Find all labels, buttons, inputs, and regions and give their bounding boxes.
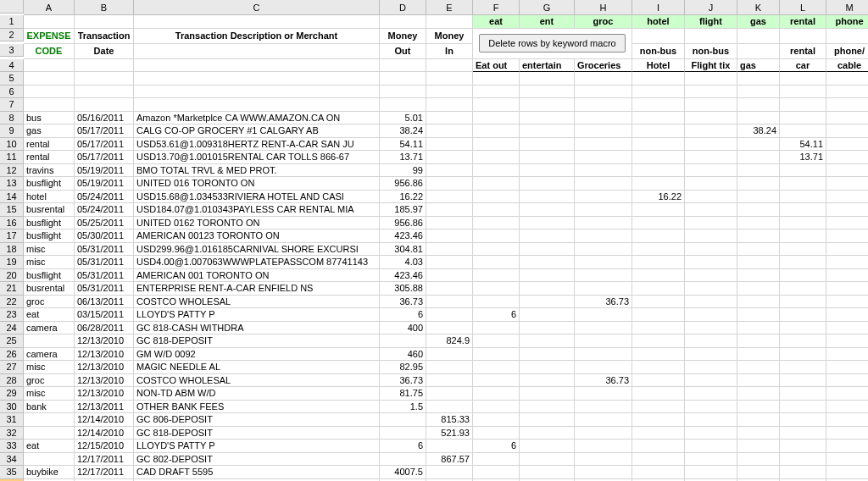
cell-K[interactable] — [737, 453, 780, 467]
cell-H[interactable] — [575, 440, 632, 453]
cell-G[interactable] — [520, 282, 575, 296]
cell-C[interactable]: MAGIC NEEDLE AL — [134, 361, 380, 374]
row-header[interactable]: 30 — [0, 401, 24, 414]
cell-B[interactable]: 12/14/2010 — [75, 427, 134, 440]
cell-I[interactable] — [632, 243, 685, 257]
cell-F[interactable]: 6 — [473, 308, 520, 322]
cell-L[interactable] — [780, 191, 826, 204]
cell-M[interactable] — [826, 374, 868, 388]
cell-G[interactable] — [520, 177, 575, 191]
cell-G[interactable] — [520, 203, 575, 217]
cell-E[interactable] — [426, 322, 473, 335]
cell-K[interactable] — [737, 282, 780, 296]
cell-M[interactable] — [826, 453, 868, 467]
cell-K[interactable] — [737, 112, 780, 125]
cell-I[interactable] — [632, 164, 685, 178]
cell-I[interactable] — [632, 453, 685, 467]
cell-K[interactable] — [737, 413, 780, 427]
cell-C[interactable]: GM W/D 0092 — [134, 348, 380, 362]
cell-K[interactable] — [737, 243, 780, 257]
cell-C[interactable]: COSTCO WHOLESAL — [134, 374, 380, 388]
cell-J[interactable] — [685, 440, 737, 453]
row-header[interactable]: 33 — [0, 440, 24, 453]
cell-J[interactable] — [685, 191, 737, 204]
cell-D[interactable]: 305.88 — [380, 282, 426, 296]
cell-M[interactable] — [826, 269, 868, 283]
cell-L[interactable] — [780, 124, 826, 138]
cell-G[interactable] — [520, 361, 575, 374]
cell-G[interactable] — [520, 334, 575, 348]
cell-E[interactable] — [426, 124, 473, 138]
cell-H[interactable] — [575, 282, 632, 296]
cell-L[interactable]: 54.11 — [780, 138, 826, 152]
cell-B[interactable]: 12/15/2010 — [75, 440, 134, 453]
cell-K[interactable] — [737, 308, 780, 322]
cell-J[interactable] — [685, 322, 737, 335]
cell-H[interactable] — [575, 413, 632, 427]
row-header[interactable]: 2 — [0, 29, 24, 42]
cell-B[interactable]: 12/13/2011 — [75, 401, 134, 414]
col-header-J[interactable]: J — [685, 0, 737, 15]
cell-E[interactable] — [426, 229, 473, 243]
cell-A[interactable]: misc — [24, 387, 75, 401]
cell-A[interactable]: busflight — [24, 217, 75, 230]
cell-D[interactable]: 4.03 — [380, 256, 426, 269]
cell-I[interactable] — [632, 308, 685, 322]
cell-J[interactable] — [685, 427, 737, 440]
cell-K[interactable] — [737, 177, 780, 191]
cell-F[interactable] — [473, 112, 520, 125]
cell-I[interactable] — [632, 387, 685, 401]
cell-D[interactable]: 99 — [380, 164, 426, 178]
cell-D[interactable]: 400 — [380, 322, 426, 335]
cell-L[interactable] — [780, 308, 826, 322]
row-header[interactable]: 7 — [0, 98, 24, 112]
cell-I[interactable] — [632, 427, 685, 440]
cell-L[interactable] — [780, 387, 826, 401]
cell-H[interactable] — [575, 361, 632, 374]
cell-B[interactable]: 05/31/2011 — [75, 282, 134, 296]
cell-D[interactable]: 82.95 — [380, 361, 426, 374]
cell-G[interactable] — [520, 348, 575, 362]
row-header[interactable]: 22 — [0, 296, 24, 309]
row-header[interactable]: 32 — [0, 427, 24, 440]
row-header[interactable]: 9 — [0, 124, 24, 138]
cell-H[interactable] — [575, 308, 632, 322]
cell-G[interactable] — [520, 387, 575, 401]
cell-L[interactable] — [780, 374, 826, 388]
cell-J[interactable] — [685, 387, 737, 401]
col-header-A[interactable]: A — [24, 0, 75, 15]
cell-E[interactable]: 815.33 — [426, 413, 473, 427]
cell-G[interactable] — [520, 401, 575, 414]
col-header-G[interactable]: G — [520, 0, 575, 15]
row-header[interactable]: 23 — [0, 308, 24, 322]
cell-G[interactable] — [520, 308, 575, 322]
cell-J[interactable] — [685, 151, 737, 164]
cell-I[interactable] — [632, 217, 685, 230]
row-header[interactable]: 34 — [0, 453, 24, 467]
cell-F[interactable] — [473, 217, 520, 230]
cell-I[interactable] — [632, 151, 685, 164]
cell-F[interactable] — [473, 296, 520, 309]
cell-F[interactable] — [473, 466, 520, 479]
cell-H[interactable] — [575, 322, 632, 335]
cell-M[interactable] — [826, 282, 868, 296]
cell-M[interactable] — [826, 334, 868, 348]
cell-D[interactable]: 4007.5 — [380, 466, 426, 479]
cell-I[interactable] — [632, 282, 685, 296]
cell-C[interactable]: ENTERPRISE RENT-A-CAR ENFIELD NS — [134, 282, 380, 296]
cell-L[interactable] — [780, 282, 826, 296]
cell-E[interactable] — [426, 374, 473, 388]
cell-G[interactable] — [520, 374, 575, 388]
cell-M[interactable] — [826, 243, 868, 257]
cell-K[interactable] — [737, 203, 780, 217]
cell-E[interactable] — [426, 203, 473, 217]
cell-D[interactable]: 460 — [380, 348, 426, 362]
cell-M[interactable] — [826, 427, 868, 440]
cell-D[interactable] — [380, 334, 426, 348]
cell-L[interactable] — [780, 334, 826, 348]
cell-F[interactable] — [473, 322, 520, 335]
col-header-E[interactable]: E — [426, 0, 473, 15]
cell-I[interactable] — [632, 124, 685, 138]
cell-B[interactable]: 05/30/2011 — [75, 229, 134, 243]
cell-K[interactable] — [737, 256, 780, 269]
